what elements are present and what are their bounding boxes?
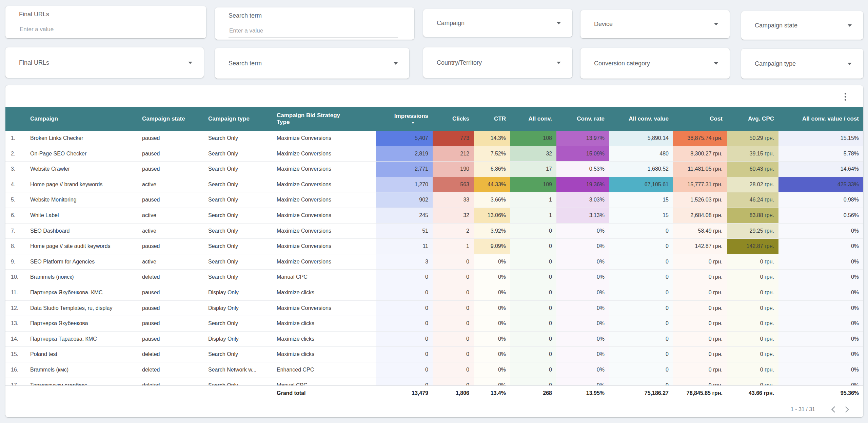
clicks-cell: 32 — [433, 208, 474, 223]
all-conv-value-cell: 0 — [609, 378, 673, 386]
table-row: 5.Website MonitoringpausedSearch OnlyMax… — [5, 192, 863, 208]
campaign-state-cell: active — [139, 224, 205, 239]
clicks-cell: 773 — [433, 131, 474, 146]
table-row: 15.Poland testdeletedSearch OnlyMaximize… — [5, 347, 863, 362]
column-header-campaign-bid-strategy-type[interactable]: Campaign Bid Strategy Type — [274, 107, 376, 131]
clicks-cell: 0 — [433, 332, 474, 347]
table-row: 4.Home page // brand keywordsactiveSearc… — [5, 177, 863, 193]
spacer — [205, 386, 274, 401]
impressions-cell: 0 — [376, 301, 433, 316]
cost-cell: 0 грн. — [673, 270, 727, 285]
all-conv-cell: 0 — [510, 224, 556, 239]
bid-strategy-cell: Maximize clicks — [274, 347, 376, 362]
campaign-table-card: CampaignCampaign stateCampaign typeCampa… — [5, 85, 863, 417]
filter-search-term-dropdown[interactable]: Search term — [215, 48, 409, 79]
column-header-campaign-state[interactable]: Campaign state — [139, 107, 205, 131]
campaign-type-cell: Search Only — [205, 316, 274, 331]
ctr-cell: 0% — [474, 316, 510, 331]
cost-cell: 0 грн. — [673, 362, 727, 378]
campaign-state-cell: deleted — [139, 378, 205, 386]
column-header-cost[interactable]: Cost — [673, 107, 727, 131]
table-row: 3.Website CrawlerpausedSearch OnlyMaximi… — [5, 162, 863, 177]
clicks-cell: 563 — [433, 177, 474, 192]
clicks-cell: 0 — [433, 254, 474, 270]
avg-cpc-cell: 39.15 грн. — [727, 146, 778, 162]
filter-country-territory-dropdown[interactable]: Country/Territory — [423, 47, 572, 78]
campaign-type-cell: Display Only — [205, 332, 274, 347]
spacer — [5, 386, 27, 401]
bid-strategy-cell: Maximize Conversions — [274, 131, 376, 146]
all-conv-cell: 0 — [510, 378, 556, 386]
column-header-campaign-type[interactable]: Campaign type — [205, 107, 274, 131]
column-header-label: Avg. CPC — [748, 115, 774, 122]
all-conv-value-cell: 15 — [609, 192, 673, 208]
campaign-cell: SEO Platform for Agencies — [27, 254, 139, 270]
filter-device-dropdown[interactable]: Device — [580, 10, 730, 38]
dashboard-canvas: { "icons": { "more_options": "kebab-vert… — [0, 0, 868, 423]
clicks-grand-total: 1,806 — [433, 386, 474, 401]
column-header-all-conv-value[interactable]: All conv. value — [609, 107, 673, 131]
grand-total-row: Grand total13,4791,80613.4%26813.95%75,1… — [5, 385, 863, 401]
column-header-impressions[interactable]: Impressions▼ — [376, 107, 433, 131]
bid-strategy-cell: Maximize Conversions — [274, 192, 376, 208]
filter-campaign-state-dropdown[interactable]: Campaign state — [741, 11, 863, 40]
final-urls-input[interactable] — [19, 23, 190, 36]
impressions-cell: 2,771 — [376, 162, 433, 177]
campaign-cell: Broken Links Checker — [27, 131, 139, 146]
cost-cell: 1,526.03 грн. — [673, 192, 727, 208]
table-toolbar — [5, 85, 863, 107]
more-options-icon[interactable] — [840, 91, 850, 102]
filter-label: Country/Territory — [437, 59, 557, 66]
table-row: 11.Партнерка Якубенкова. КМСpausedDispla… — [5, 285, 863, 301]
row-number: 16. — [5, 362, 27, 378]
ctr-cell: 6.86% — [474, 162, 510, 177]
column-header-all-conv-value-cost[interactable]: All conv. value / cost — [778, 107, 863, 131]
column-header-avg-cpc[interactable]: Avg. CPC — [727, 107, 778, 131]
column-header-row-number[interactable] — [5, 107, 27, 131]
column-header-ctr[interactable]: CTR — [474, 107, 510, 131]
campaign-cell: Data Studio Templates, ru, display — [27, 301, 139, 316]
conv-rate-cell: 0% — [556, 332, 609, 347]
conv-rate-cell: 19.36% — [556, 177, 609, 192]
all-conv-value-cell: 0 — [609, 285, 673, 300]
ctr-cell: 3.92% — [474, 224, 510, 239]
clicks-cell: 0 — [433, 285, 474, 300]
avg-cpc-cell: 60.43 грн. — [727, 162, 778, 177]
campaign-cell: Партнерка Якубенкова — [27, 316, 139, 331]
conv-rate-cell: 0% — [556, 347, 609, 362]
avg-cpc-cell: 0 грн. — [727, 254, 778, 270]
conv-rate-cell: 0% — [556, 254, 609, 270]
campaign-type-cell: Display Only — [205, 285, 274, 300]
column-header-conv-rate[interactable]: Conv. rate — [556, 107, 609, 131]
filter-final-urls-dropdown[interactable]: Final URLs — [5, 47, 204, 78]
next-page-icon[interactable] — [840, 404, 854, 415]
bid-strategy-cell: Maximize Conversions — [274, 224, 376, 239]
campaign-cell: Партнерка Тарасова. КМС — [27, 332, 139, 347]
prev-page-icon[interactable] — [827, 404, 840, 415]
filter-campaign-dropdown[interactable]: Campaign — [423, 9, 572, 37]
filter-label: Device — [594, 21, 714, 28]
ctr-cell: 0% — [474, 332, 510, 347]
impressions-cell: 11 — [376, 239, 433, 254]
filter-campaign-type-dropdown[interactable]: Campaign type — [741, 49, 863, 79]
impressions-grand-total: 13,479 — [376, 386, 433, 401]
column-header-clicks[interactable]: Clicks — [433, 107, 474, 131]
campaign-state-cell: deleted — [139, 362, 205, 378]
ctr-grand-total: 13.4% — [474, 386, 510, 401]
table-row: 9.SEO Platform for AgenciesactiveSearch … — [5, 254, 863, 270]
search-term-input[interactable] — [229, 24, 398, 38]
column-header-campaign[interactable]: Campaign — [27, 107, 139, 131]
table-footer: 1 - 31 / 31 — [5, 401, 863, 417]
filter-search-term-input-card: Search term — [215, 7, 414, 40]
impressions-cell: 245 — [376, 208, 433, 223]
impressions-cell: 0 — [376, 316, 433, 331]
campaign-type-cell: Search Only — [205, 239, 274, 254]
filter-conversion-category-dropdown[interactable]: Conversion category — [580, 48, 730, 79]
row-number: 9. — [5, 254, 27, 270]
column-header-all-conv[interactable]: All conv. — [510, 107, 556, 131]
campaign-cell: SEO Dashboard — [27, 224, 139, 239]
all-conv-cell: 0 — [510, 316, 556, 331]
bid-strategy-cell: Maximize Conversions — [274, 146, 376, 162]
row-number: 17. — [5, 378, 27, 386]
row-number: 11. — [5, 285, 27, 300]
